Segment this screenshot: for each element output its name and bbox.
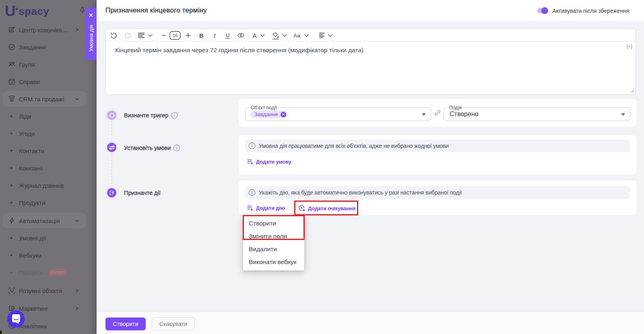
svg-text:A: A xyxy=(252,32,256,39)
svg-text:I: I xyxy=(213,33,216,39)
svg-text:U: U xyxy=(5,3,16,18)
svg-text:16: 16 xyxy=(173,33,178,38)
svg-text:U: U xyxy=(225,32,229,39)
svg-text:Aa: Aa xyxy=(293,33,300,39)
svg-text:B: B xyxy=(199,32,204,39)
svg-text:spacy: spacy xyxy=(19,5,49,17)
